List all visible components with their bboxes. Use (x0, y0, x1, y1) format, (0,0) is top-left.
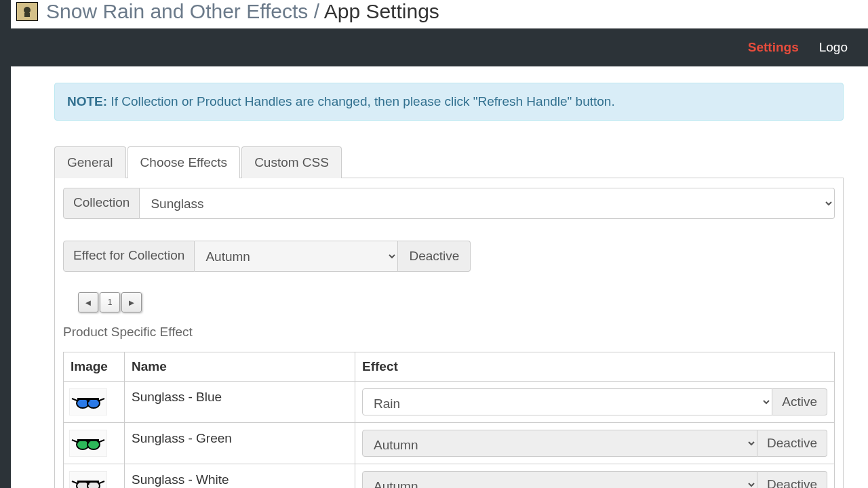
cell-image (64, 382, 125, 423)
table-row: Sunglass - GreenAutumnDeactive (64, 423, 835, 464)
row-effect-select[interactable]: Rain (362, 388, 772, 415)
effect-for-label: Effect for Collection (63, 241, 195, 272)
tabs: General Choose Effects Custom CSS (54, 146, 844, 178)
collection-select[interactable]: Sunglass (140, 188, 835, 219)
svg-point-0 (24, 7, 31, 14)
breadcrumb-current: App Settings (324, 0, 439, 22)
row-effect-select[interactable]: Autumn (362, 471, 757, 488)
pager-page-1[interactable]: 1 (100, 292, 120, 312)
product-thumb (69, 430, 107, 457)
effect-for-deactive-button[interactable]: Deactive (398, 241, 471, 272)
header: Snow Rain and Other Effects / App Settin… (0, 0, 868, 28)
row-effect-button[interactable]: Deactive (757, 430, 827, 457)
cell-effect: RainActive (355, 382, 835, 423)
nav-logout[interactable]: Logo (819, 40, 848, 55)
pager: ◄ 1 ► (78, 292, 835, 312)
effect-for-select[interactable]: Autumn (195, 241, 398, 272)
table-row: Sunglass - WhiteAutumnDeactive (64, 464, 835, 489)
navbar: Settings Logo (11, 28, 868, 66)
svg-point-5 (87, 399, 100, 408)
left-dark-strip (0, 0, 11, 488)
collection-group: Collection Sunglass (63, 188, 835, 219)
svg-rect-12 (77, 439, 88, 441)
pager-prev-button[interactable]: ◄ (78, 292, 98, 312)
alert-label: NOTE: (67, 94, 107, 108)
alert-text: If Collection or Product Handles are cha… (107, 94, 615, 108)
nav-settings[interactable]: Settings (748, 40, 799, 55)
breadcrumb-parent[interactable]: Snow Rain and Other Effects (46, 0, 308, 22)
breadcrumb: Snow Rain and Other Effects / App Settin… (46, 0, 439, 23)
table-row: Sunglass - BlueRainActive (64, 382, 835, 423)
section-title: Product Specific Effect (63, 325, 835, 340)
svg-rect-1 (24, 13, 30, 17)
row-effect-select[interactable]: Autumn (362, 430, 757, 457)
table-header-row: Image Name Effect (64, 352, 835, 382)
th-name: Name (125, 352, 355, 382)
collection-label: Collection (63, 188, 140, 219)
content: NOTE: If Collection or Product Handles a… (11, 66, 868, 488)
row-effect-button[interactable]: Active (772, 388, 827, 415)
svg-rect-18 (77, 481, 88, 483)
tab-general[interactable]: General (54, 146, 126, 178)
info-alert: NOTE: If Collection or Product Handles a… (54, 83, 844, 121)
pager-next-button[interactable]: ► (121, 292, 142, 312)
cell-image (64, 464, 125, 489)
app-logo (16, 2, 38, 21)
cell-name: Sunglass - White (125, 464, 355, 489)
effect-for-collection-group: Effect for Collection Autumn Deactive (63, 241, 835, 272)
svg-rect-7 (88, 398, 99, 400)
cell-name: Sunglass - Green (125, 423, 355, 464)
breadcrumb-sep: / (314, 0, 319, 22)
cell-name: Sunglass - Blue (125, 382, 355, 423)
th-image: Image (64, 352, 125, 382)
product-thumb (69, 471, 107, 488)
svg-rect-6 (77, 398, 88, 400)
row-effect-button[interactable]: Deactive (757, 471, 827, 488)
tab-choose-effects[interactable]: Choose Effects (127, 146, 241, 178)
tab-custom-css[interactable]: Custom CSS (241, 146, 342, 178)
svg-rect-13 (88, 439, 99, 441)
cell-effect: AutumnDeactive (355, 423, 835, 464)
svg-rect-19 (88, 481, 99, 483)
product-effect-table: Image Name Effect Sunglass - BlueRainAct… (63, 352, 835, 488)
tab-panel: Collection Sunglass Effect for Collectio… (54, 178, 844, 488)
product-thumb (69, 388, 107, 415)
cell-image (64, 423, 125, 464)
cell-effect: AutumnDeactive (355, 464, 835, 489)
svg-point-11 (87, 440, 100, 449)
th-effect: Effect (355, 352, 835, 382)
